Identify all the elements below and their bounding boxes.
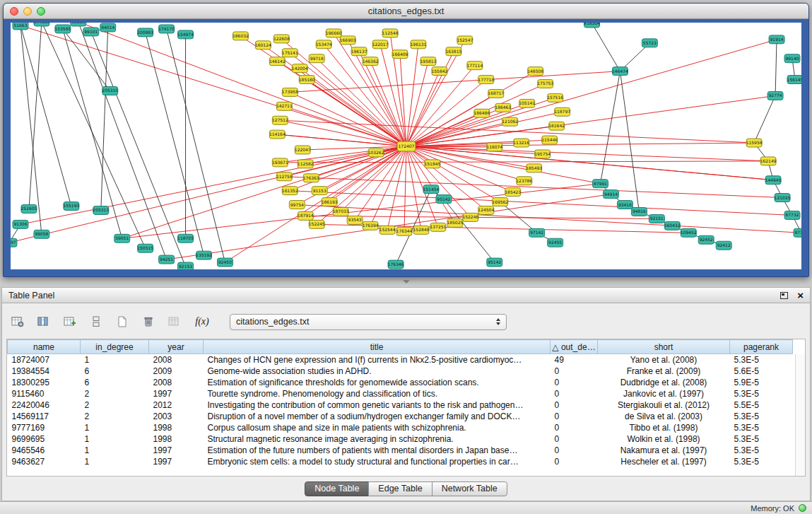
graph-edge[interactable]: [400, 54, 406, 146]
graph-node[interactable]: 187033: [333, 208, 349, 216]
graph-edge[interactable]: [290, 191, 792, 216]
table-row[interactable]: 946554611997Estimation of the future num…: [8, 445, 793, 456]
table-cell[interactable]: 5.3E-5: [730, 388, 793, 399]
graph-node[interactable]: 186193: [322, 198, 338, 206]
table-cell[interactable]: de Silva et al. (2003): [598, 411, 730, 422]
graph-node[interactable]: 152544: [379, 226, 396, 234]
graph-node[interactable]: 185493: [526, 164, 542, 173]
graph-node[interactable]: 92455: [548, 238, 563, 247]
table-row[interactable]: 911546021997Tourette syndrome. Phenomeno…: [8, 388, 793, 399]
table-cell[interactable]: 19384554: [8, 366, 81, 377]
graph-node[interactable]: 146474: [612, 67, 628, 76]
row-height-icon[interactable]: [86, 312, 106, 332]
graph-node[interactable]: 87991: [593, 180, 608, 188]
graph-node[interactable]: 151454: [423, 185, 440, 194]
graph-node[interactable]: 114164: [269, 130, 286, 139]
graph-node[interactable]: 93543: [347, 216, 363, 224]
graph-node[interactable]: 166409: [392, 50, 408, 59]
graph-node[interactable]: 94914: [604, 190, 619, 199]
table-cell[interactable]: 0: [551, 411, 598, 422]
graph-node[interactable]: 94816: [631, 208, 647, 216]
table-cell[interactable]: 0: [551, 456, 598, 467]
float-panel-icon[interactable]: [780, 292, 788, 299]
graph-node[interactable]: 168717: [488, 89, 504, 98]
graph-node[interactable]: 174170: [158, 25, 175, 33]
graph-edge[interactable]: [404, 146, 406, 231]
table-cell[interactable]: 5.3E-5: [730, 422, 793, 433]
graph-node[interactable]: 95142: [487, 258, 502, 267]
table-selector-dropdown[interactable]: citations_edges.txt: [230, 314, 507, 330]
graph-node[interactable]: 196137: [351, 47, 367, 56]
table-row[interactable]: 969969511998Structural magnetic resonanc…: [8, 433, 793, 445]
graph-node[interactable]: 187914: [298, 211, 314, 220]
table-cell[interactable]: 9115460: [8, 388, 81, 399]
graph-edge[interactable]: [754, 95, 775, 143]
table-cell[interactable]: 2: [81, 388, 149, 399]
graph-node[interactable]: 200883: [137, 28, 153, 37]
table-cell[interactable]: Tibbo et al. (1998): [598, 422, 730, 433]
graph-node[interactable]: 121062: [502, 117, 518, 126]
table-cell[interactable]: 6: [81, 377, 149, 388]
table-cell[interactable]: 5.6E-5: [730, 366, 793, 377]
graph-node[interactable]: 152547: [457, 36, 473, 45]
graph-node[interactable]: 176394: [363, 221, 379, 230]
graph-node[interactable]: 161352: [282, 187, 298, 195]
graph-node[interactable]: 175141: [282, 49, 298, 57]
table-cell[interactable]: 1: [81, 433, 149, 445]
graph-node[interactable]: 99754: [289, 201, 305, 209]
zoom-window-button[interactable]: [37, 7, 45, 16]
graph-edge[interactable]: [78, 23, 406, 146]
graph-node[interactable]: 127512: [272, 116, 288, 124]
graph-edge[interactable]: [406, 40, 777, 146]
graph-node[interactable]: 92452: [698, 235, 714, 244]
table-cell[interactable]: 1: [81, 445, 149, 456]
graph-edge[interactable]: [775, 40, 777, 96]
show-columns-icon[interactable]: [34, 312, 54, 332]
table-cell[interactable]: Estimation of the future numbers of pati…: [204, 445, 551, 456]
table-row[interactable]: 1938455462009Genome-wide association stu…: [8, 366, 793, 377]
table-cell[interactable]: 1: [81, 456, 149, 467]
table-cell[interactable]: 0: [551, 377, 598, 388]
table-cell[interactable]: 49: [551, 354, 598, 366]
graph-node[interactable]: 115446: [541, 136, 558, 144]
graph-edge[interactable]: [406, 146, 768, 161]
table-cell[interactable]: 9463627: [8, 456, 81, 467]
graph-node[interactable]: 91306: [13, 220, 28, 228]
table-cell[interactable]: Corpus callosum shape and size in male p…: [204, 422, 551, 433]
new-table-icon[interactable]: [112, 312, 132, 332]
table-cell[interactable]: Stergiakouli et al. (2012): [598, 399, 730, 411]
graph-node[interactable]: 67732: [784, 211, 800, 219]
graph-node[interactable]: 97142: [529, 228, 545, 237]
graph-node[interactable]: 112582: [298, 160, 314, 168]
graph-node[interactable]: 176346: [388, 260, 404, 269]
graph-edge[interactable]: [29, 23, 42, 209]
graph-node[interactable]: 91153: [312, 187, 327, 195]
table-cell[interactable]: 2008: [149, 377, 204, 388]
graph-node[interactable]: 148508: [527, 67, 543, 76]
graph-node[interactable]: 195754: [534, 150, 551, 158]
graph-node[interactable]: 93416: [617, 201, 632, 209]
graph-node[interactable]: 51663: [13, 23, 28, 30]
graph-node[interactable]: 166903: [340, 36, 356, 45]
table-cell[interactable]: 18300295: [8, 377, 81, 388]
graph-node[interactable]: 175753: [537, 80, 553, 88]
graph-node[interactable]: 155842: [431, 67, 447, 76]
graph-edge[interactable]: [281, 39, 406, 146]
graph-node[interactable]: 157516: [547, 93, 563, 102]
table-cell[interactable]: 1997: [149, 388, 204, 399]
graph-node[interactable]: 172407: [397, 141, 416, 151]
graph-node[interactable]: 177114: [466, 62, 483, 70]
graph-node[interactable]: 156145: [787, 76, 801, 84]
network-graph[interactable]: 1724071860321601241226081751411461421420…: [11, 23, 801, 269]
graph-node[interactable]: 205310: [102, 86, 118, 95]
column-header-4[interactable]: △ out_de…: [551, 340, 598, 354]
graph-node[interactable]: 152245: [309, 220, 325, 228]
table-cell[interactable]: 2003: [149, 411, 204, 422]
graph-node[interactable]: 235192: [196, 251, 212, 259]
graph-edge[interactable]: [406, 71, 536, 146]
panel-splitter[interactable]: [0, 277, 812, 287]
graph-node[interactable]: 95142: [436, 195, 452, 204]
graph-edge[interactable]: [11, 146, 406, 243]
graph-node[interactable]: 85197: [11, 238, 17, 247]
graph-node[interactable]: 146362: [363, 57, 379, 66]
